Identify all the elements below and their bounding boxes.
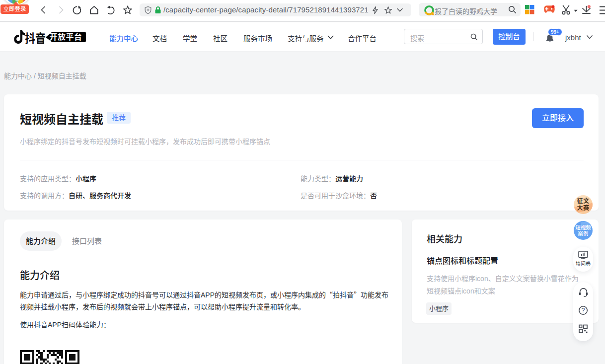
svg-text:?: ? [582, 307, 585, 314]
